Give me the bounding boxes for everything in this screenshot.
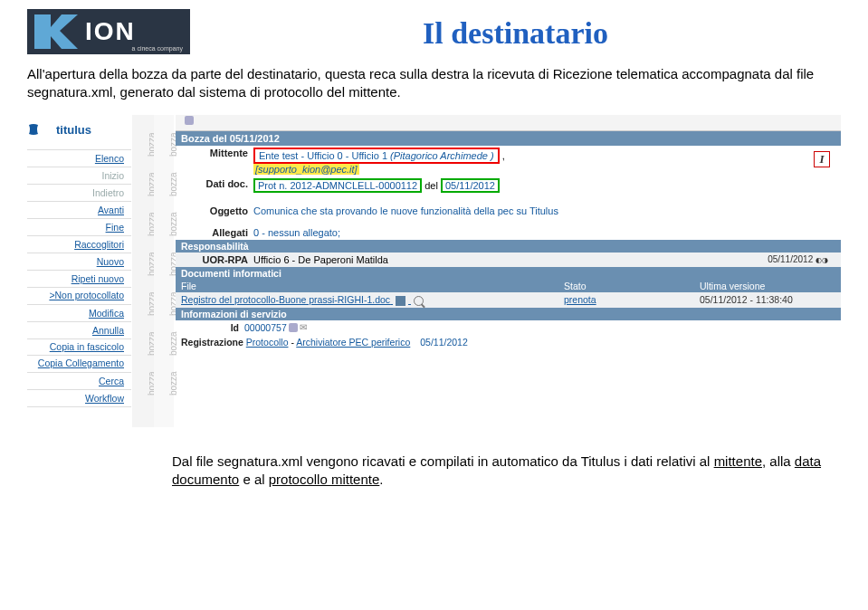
sidebar-item-inizio[interactable]: Inizio (27, 167, 131, 185)
info-servizio-header: Informazioni di servizio (176, 308, 841, 320)
app-main: Bozza del 05/11/2012 Mittente Ente test … (176, 115, 841, 427)
col-file: File (181, 281, 564, 291)
id-action-icon-1[interactable] (289, 323, 298, 332)
sidebar-item-cerca[interactable]: Cerca (27, 373, 131, 390)
ricevuta-badge[interactable]: I (814, 151, 830, 167)
id-value: 00000757 (244, 322, 287, 333)
documenti-header: Documenti informatici (176, 267, 841, 280)
mittente-label: Mittente (181, 148, 253, 158)
kion-logo: ION a cineca company (27, 9, 190, 54)
oggetto-row: Oggetto Comunica che sta provando le nuo… (176, 204, 841, 218)
bozza-watermark-col1: bozza bozza bozza bozza bozza bozza bozz… (132, 115, 154, 427)
logo-mark (34, 14, 80, 49)
sidebar-item-avanti[interactable]: Avanti (27, 202, 131, 219)
footer-paragraph: Dal file segnatura.xml vengono ricavati … (0, 434, 868, 488)
preview-icon[interactable] (414, 296, 424, 306)
allegati-label: Allegati (181, 227, 253, 238)
col-versione: Ultima versione (700, 281, 835, 291)
toolbar-row (176, 115, 841, 131)
registrazione-label: Registrazione (181, 337, 243, 348)
sidebar-item-nonprot[interactable]: >Non protocollato (27, 288, 131, 305)
registrazione-row: Registrazione Protocollo - Archiviatore … (176, 335, 841, 349)
sidebar-item-annulla[interactable]: Annulla (27, 322, 131, 339)
uor-label: UOR-RPA (181, 254, 253, 265)
sidebar-item-fine[interactable]: Fine (27, 219, 131, 236)
file-name-link[interactable]: Registro del protocollo-Buone prassi-RIG… (181, 294, 390, 305)
oggetto-label: Oggetto (181, 205, 253, 216)
sidebar-item-elenco[interactable]: Elenco (27, 150, 131, 167)
uor-row: UOR-RPA Ufficio 6 - De Paperoni Matilda … (176, 253, 841, 267)
bozza-header: Bozza del 05/11/2012 (176, 131, 841, 146)
slide-header: ION a cineca company Il destinatario (0, 0, 868, 54)
logo-text: ION (85, 17, 136, 46)
page-title: Il destinatario (190, 9, 841, 51)
svg-marker-0 (34, 14, 78, 49)
app-brand: titulus (56, 123, 91, 137)
dati-doc-label: Dati doc. (181, 178, 253, 189)
sidebar-item-raccoglitori[interactable]: Raccoglitori (27, 236, 131, 253)
id-row: Id 00000757 ✉ (176, 320, 841, 335)
registrazione-date: 05/11/2012 (420, 337, 468, 348)
mittente-highlight-box: Ente test - Ufficio 0 - Ufficio 1 (Pitag… (253, 148, 500, 164)
prot-highlight-box: Prot n. 2012-ADMNCLELL-0000112 (253, 178, 422, 193)
file-stato-link[interactable]: prenota (564, 294, 700, 305)
date-highlight-box: 05/11/2012 (441, 178, 500, 193)
sidebar-item-indietro[interactable]: Indietro (27, 185, 131, 202)
allegati-value: 0 - nessun allegato; (253, 227, 340, 238)
file-row: Registro del protocollo-Buone prassi-RIG… (176, 292, 841, 308)
sidebar-item-workflow[interactable]: Workflow (27, 390, 131, 407)
file-version: 05/11/2012 - 11:38:40 (700, 294, 835, 305)
protocollo-link[interactable]: Protocollo (246, 337, 289, 348)
mittente-email-highlight: [supporto_kion@pec.it] (253, 164, 359, 175)
col-stato: Stato (564, 281, 700, 291)
sidebar-item-modifica[interactable]: Modifica (27, 305, 131, 322)
app-sidebar: titulus Elenco Inizio Indietro Avanti Fi… (27, 115, 131, 427)
allegati-row: Allegati 0 - nessun allegato; (176, 225, 841, 240)
archiviatore-link[interactable]: Archiviatore PEC periferico (296, 337, 410, 348)
sidebar-item-ripeti[interactable]: Ripeti nuovo (27, 271, 131, 288)
bozza-watermark-col2: bozza bozza bozza bozza bozza bozza bozz… (154, 115, 174, 427)
sidebar-nav: Elenco Inizio Indietro Avanti Fine Racco… (27, 149, 131, 407)
save-icon[interactable] (396, 296, 405, 306)
uor-date: 05/11/2012 (768, 254, 813, 264)
id-label: Id (181, 322, 244, 333)
responsabilita-header: Responsabilità (176, 240, 841, 253)
sidebar-item-copiacoll[interactable]: Copia Collegamento (27, 356, 131, 373)
print-icon[interactable] (185, 116, 194, 125)
sidebar-item-nuovo[interactable]: Nuovo (27, 253, 131, 271)
dati-doc-row: Dati doc. Prot n. 2012-ADMNCLELL-0000112… (176, 176, 841, 195)
app-screenshot: titulus Elenco Inizio Indietro Avanti Fi… (27, 115, 841, 427)
oggetto-value: Comunica che sta provando le nuove funzi… (253, 205, 558, 216)
uor-value: Ufficio 6 - De Paperoni Matilda (253, 254, 388, 265)
titulus-logo-icon (27, 123, 40, 136)
intro-paragraph: All'apertura della bozza da parte del de… (0, 54, 868, 108)
file-columns-header: File Stato Ultima versione (176, 280, 841, 292)
sidebar-item-copiafasc[interactable]: Copia in fascicolo (27, 339, 131, 357)
logo-subtitle: a cineca company (132, 45, 183, 52)
mittente-row: Mittente Ente test - Ufficio 0 - Ufficio… (176, 146, 841, 176)
